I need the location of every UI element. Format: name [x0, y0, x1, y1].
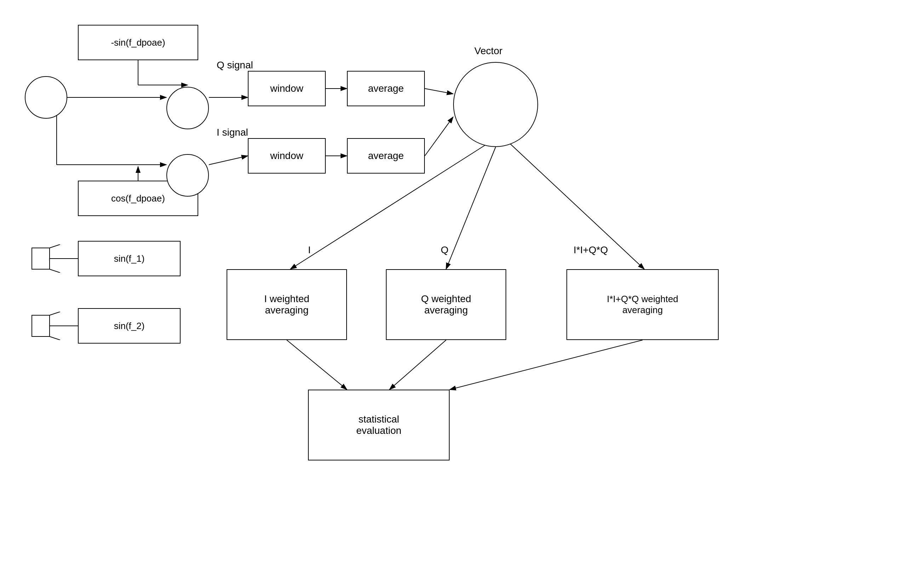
average-i-block: average: [347, 138, 425, 174]
sin-f1-block: sin(f_1): [78, 241, 180, 276]
vector-label: Vector: [474, 45, 502, 57]
svg-line-10: [209, 156, 248, 165]
sin-f2-block: sin(f_2): [78, 308, 180, 344]
vector-circle: [453, 62, 538, 147]
neg-sin-block: -sin(f_dpoae): [78, 25, 198, 60]
svg-line-18: [450, 340, 642, 390]
svg-line-29: [50, 245, 60, 248]
svg-line-36: [50, 336, 60, 340]
iq-weighted-block: I*I+Q*Q weighted averaging: [566, 269, 718, 340]
svg-line-12: [425, 117, 453, 156]
speaker-f1-icon: [28, 245, 78, 273]
q-signal-label: Q signal: [217, 60, 253, 71]
svg-line-31: [50, 269, 60, 273]
svg-marker-33: [32, 315, 50, 336]
svg-line-14: [446, 147, 496, 269]
average-q-block: average: [347, 71, 425, 106]
i-signal-label: I signal: [217, 127, 248, 138]
svg-line-34: [50, 312, 60, 315]
i-arrow-label: I: [308, 245, 311, 256]
window-i-block: window: [248, 138, 326, 174]
i-weighted-block: I weighted averaging: [226, 269, 347, 340]
svg-line-16: [287, 340, 347, 390]
window-q-block: window: [248, 71, 326, 106]
q-weighted-block: Q weighted averaging: [386, 269, 506, 340]
stat-eval-block: statistical evaluation: [308, 390, 450, 461]
svg-line-17: [389, 340, 446, 390]
mult-q-circle: [166, 87, 209, 129]
diagram: -sin(f_dpoae) cos(f_dpoae) sin(f_1) sin(…: [0, 0, 924, 566]
q-arrow-label: Q: [441, 245, 448, 256]
input-circle: [25, 76, 67, 119]
svg-marker-28: [32, 248, 50, 269]
svg-line-9: [425, 89, 453, 94]
speaker-f2-icon: [28, 312, 78, 340]
mult-i-circle: [166, 154, 209, 197]
iq-arrow-label: I*I+Q*Q: [573, 245, 608, 256]
